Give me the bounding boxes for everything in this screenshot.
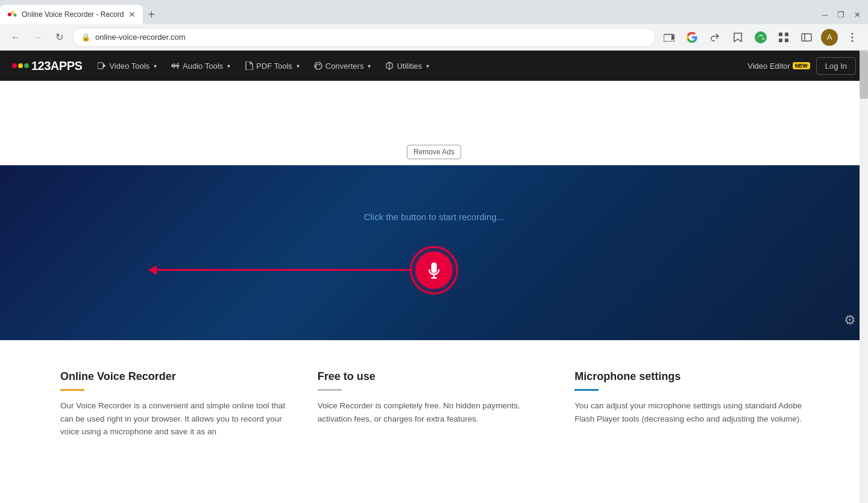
mic-button-wrapper (410, 246, 458, 294)
nav-item-converters[interactable]: Converters ▾ (308, 51, 377, 81)
arrow-head (148, 265, 157, 275)
microphone-icon (426, 262, 442, 279)
remove-ads-button[interactable]: Remove Ads (407, 145, 461, 159)
nav-label-utilities: Utilities (397, 62, 422, 71)
browser-toolbar: A (661, 29, 861, 46)
scrollbar-thumb[interactable] (860, 51, 868, 99)
logo-dot-red (12, 63, 17, 68)
svg-rect-10 (802, 34, 811, 41)
svg-point-0 (8, 13, 11, 16)
svg-marker-16 (103, 64, 106, 68)
utilities-chevron: ▾ (426, 63, 429, 69)
utilities-icon (385, 62, 394, 70)
browser-chrome: Online Voice Recorder - Record ✕ + ─ ❐ ✕… (0, 0, 868, 51)
info-text-0: Our Voice Recorder is a convenient and s… (60, 399, 294, 438)
tab-title: Online Voice Recorder - Record (22, 10, 124, 19)
sidebar-toggle[interactable] (798, 29, 815, 46)
mic-record-button[interactable] (415, 252, 453, 289)
svg-point-12 (852, 33, 854, 34)
forward-button[interactable]: → (29, 29, 46, 46)
tab-favicon (7, 10, 17, 19)
restore-button[interactable]: ❐ (837, 10, 844, 19)
logo-text: 123APPS (31, 59, 82, 73)
info-divider-2 (574, 389, 599, 391)
svg-point-1 (11, 11, 14, 14)
active-tab[interactable]: Online Voice Recorder - Record ✕ (0, 5, 143, 24)
logo-dots (12, 63, 29, 68)
nav-label-pdf-tools: PDF Tools (256, 62, 292, 71)
share-icon[interactable] (706, 29, 723, 46)
svg-rect-8 (779, 39, 782, 42)
svg-rect-7 (785, 33, 788, 36)
profile-avatar[interactable]: A (821, 29, 838, 46)
url-text: online-voice-recorder.com (95, 33, 186, 42)
audio-tools-chevron: ▾ (227, 63, 230, 69)
nav-item-audio-tools[interactable]: Audio Tools ▾ (165, 51, 236, 81)
address-bar: ← → ↻ 🔒 online-voice-recorder.com (0, 24, 868, 51)
recording-hint: Click the button to start recording... (364, 212, 505, 222)
logo-dot-yellow (18, 63, 23, 68)
extensions-icon[interactable] (775, 29, 792, 46)
nav-label-converters: Converters (326, 62, 364, 71)
minimize-button[interactable]: ─ (822, 10, 828, 19)
back-button[interactable]: ← (7, 29, 24, 46)
svg-rect-9 (785, 39, 788, 42)
chrome-menu-icon[interactable] (844, 29, 861, 46)
reload-button[interactable]: ↻ (51, 29, 68, 46)
info-section: Online Voice Recorder Our Voice Recorder… (0, 340, 868, 463)
bookmark-icon[interactable] (729, 29, 746, 46)
recorder-area: Click the button to start recording... ⚙ (0, 165, 868, 340)
svg-point-13 (852, 36, 854, 38)
nav-right: Video Editor NEW Log In (747, 57, 856, 75)
arrow-shaft (157, 269, 410, 271)
svg-rect-6 (779, 33, 782, 36)
svg-point-2 (14, 14, 17, 17)
video-editor-button[interactable]: Video Editor NEW (747, 62, 810, 71)
nav-item-video-tools[interactable]: Video Tools ▾ (92, 51, 163, 81)
video-tools-chevron: ▾ (154, 63, 157, 69)
logo[interactable]: 123APPS (12, 59, 82, 73)
close-button[interactable]: ✕ (854, 10, 861, 19)
url-box[interactable]: 🔒 online-voice-recorder.com (72, 28, 656, 47)
info-divider-0 (60, 389, 84, 391)
logo-dot-green (24, 63, 29, 68)
info-text-1: Voice Recorder is completely free. No hi… (318, 399, 551, 425)
nav-label-audio-tools: Audio Tools (183, 62, 223, 71)
new-badge: NEW (793, 62, 810, 69)
settings-gear-button[interactable]: ⚙ (844, 312, 856, 328)
converters-icon (314, 62, 322, 70)
window-controls: ─ ❐ ✕ (822, 10, 868, 19)
ad-area: Remove Ads (0, 81, 868, 165)
scrollbar[interactable] (860, 51, 868, 463)
video-tools-icon (98, 62, 106, 70)
arrow-line (148, 265, 410, 275)
svg-rect-15 (98, 63, 103, 69)
lock-icon: 🔒 (81, 33, 90, 42)
login-button[interactable]: Log In (816, 57, 856, 75)
audio-tools-icon (171, 62, 180, 70)
pdf-tools-icon (245, 62, 253, 70)
new-tab-button[interactable]: + (143, 8, 160, 22)
info-title-0: Online Voice Recorder (60, 370, 294, 383)
nav-label-video-tools: Video Tools (109, 62, 149, 71)
camera-icon[interactable] (661, 29, 678, 46)
info-block-0: Online Voice Recorder Our Voice Recorder… (60, 370, 294, 438)
tab-close-button[interactable]: ✕ (128, 10, 136, 19)
svg-point-14 (852, 40, 854, 42)
video-editor-label: Video Editor (747, 62, 790, 71)
converters-chevron: ▾ (368, 63, 371, 69)
sync-icon[interactable] (752, 29, 769, 46)
info-block-2: Microphone settings You can adjust your … (574, 370, 808, 438)
mic-button-outer (410, 246, 458, 294)
info-text-2: You can adjust your microphone settings … (574, 399, 808, 425)
info-block-1: Free to use Voice Recorder is completely… (318, 370, 551, 438)
svg-point-5 (755, 31, 767, 43)
info-title-2: Microphone settings (574, 370, 808, 383)
app-nav: 123APPS Video Tools ▾ Audio Tools ▾ PDF … (0, 51, 868, 81)
tab-bar: Online Voice Recorder - Record ✕ + ─ ❐ ✕ (0, 0, 868, 24)
google-icon[interactable] (684, 29, 700, 46)
nav-item-utilities[interactable]: Utilities ▾ (379, 51, 435, 81)
nav-item-pdf-tools[interactable]: PDF Tools ▾ (239, 51, 306, 81)
info-title-1: Free to use (318, 370, 551, 383)
info-divider-1 (318, 389, 342, 391)
